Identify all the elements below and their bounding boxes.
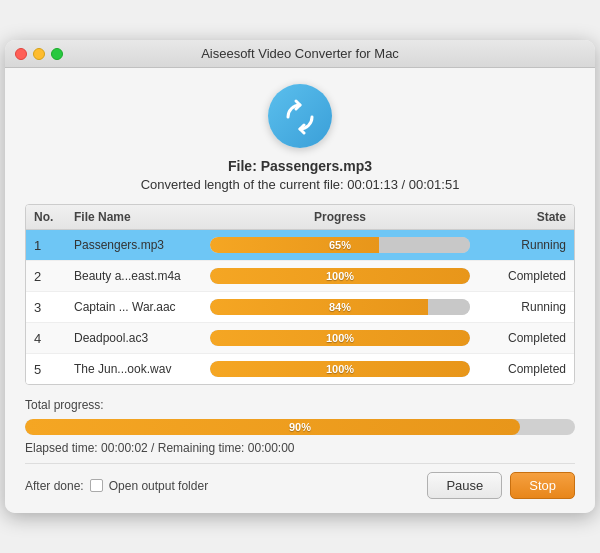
main-content: File: Passengers.mp3 Converted length of… (5, 68, 595, 513)
progress-label: 100% (326, 363, 354, 375)
bottom-bar: After done: Open output folder Pause Sto… (25, 463, 575, 501)
table-row[interactable]: 2 Beauty a...east.m4a 100% Completed (26, 261, 574, 292)
file-table: No. File Name Progress State 1 Passenger… (25, 204, 575, 385)
after-done-label: After done: (25, 479, 84, 493)
cell-progress: 84% (204, 299, 476, 315)
total-progress-fill (25, 419, 520, 435)
pause-button[interactable]: Pause (427, 472, 502, 499)
cell-state: Completed (476, 331, 566, 345)
convert-icon (268, 84, 332, 148)
open-output-checkbox[interactable] (90, 479, 103, 492)
progress-bar-bg: 100% (210, 268, 470, 284)
cell-progress: 100% (204, 361, 476, 377)
open-output-label: Open output folder (109, 479, 208, 493)
col-header-no: No. (34, 210, 74, 224)
stop-button[interactable]: Stop (510, 472, 575, 499)
table-body: 1 Passengers.mp3 65% Running 2 Beauty a.… (26, 230, 574, 384)
col-header-state: State (476, 210, 566, 224)
cell-no: 3 (34, 300, 74, 315)
progress-label: 100% (326, 332, 354, 344)
convert-svg-icon (281, 97, 319, 135)
maximize-button[interactable] (51, 48, 63, 60)
progress-bar-bg: 100% (210, 330, 470, 346)
table-header: No. File Name Progress State (26, 205, 574, 230)
app-window: Aiseesoft Video Converter for Mac File: … (5, 40, 595, 513)
after-done-section: After done: Open output folder (25, 479, 208, 493)
total-progress-bar: 90% (25, 419, 575, 435)
total-progress-value: 90% (289, 421, 311, 433)
file-info: File: Passengers.mp3 Converted length of… (25, 158, 575, 192)
table-row[interactable]: 4 Deadpool.ac3 100% Completed (26, 323, 574, 354)
progress-label: 65% (329, 239, 351, 251)
cell-state: Running (476, 300, 566, 314)
minimize-button[interactable] (33, 48, 45, 60)
conversion-icon-container (25, 84, 575, 148)
cell-state: Completed (476, 269, 566, 283)
cell-no: 1 (34, 238, 74, 253)
cell-no: 4 (34, 331, 74, 346)
table-row[interactable]: 5 The Jun...ook.wav 100% Completed (26, 354, 574, 384)
cell-filename: Deadpool.ac3 (74, 331, 204, 345)
total-progress-label: Total progress: (25, 398, 104, 412)
table-row[interactable]: 1 Passengers.mp3 65% Running (26, 230, 574, 261)
cell-state: Running (476, 238, 566, 252)
cell-progress: 100% (204, 330, 476, 346)
cell-no: 5 (34, 362, 74, 377)
cell-no: 2 (34, 269, 74, 284)
progress-label: 84% (329, 301, 351, 313)
cell-filename: Beauty a...east.m4a (74, 269, 204, 283)
elapsed-time: Elapsed time: 00:00:02 / Remaining time:… (25, 441, 575, 455)
action-buttons: Pause Stop (427, 472, 575, 499)
cell-progress: 100% (204, 268, 476, 284)
traffic-lights (15, 48, 63, 60)
col-header-filename: File Name (74, 210, 204, 224)
total-progress-section: Total progress: 90% (25, 395, 575, 435)
cell-filename: Captain ... War.aac (74, 300, 204, 314)
cell-progress: 65% (204, 237, 476, 253)
progress-bar-bg: 100% (210, 361, 470, 377)
table-row[interactable]: 3 Captain ... War.aac 84% Running (26, 292, 574, 323)
converted-length: Converted length of the current file: 00… (25, 177, 575, 192)
progress-label: 100% (326, 270, 354, 282)
col-header-progress: Progress (204, 210, 476, 224)
close-button[interactable] (15, 48, 27, 60)
cell-filename: The Jun...ook.wav (74, 362, 204, 376)
current-file-name: File: Passengers.mp3 (25, 158, 575, 174)
cell-state: Completed (476, 362, 566, 376)
title-bar: Aiseesoft Video Converter for Mac (5, 40, 595, 68)
cell-filename: Passengers.mp3 (74, 238, 204, 252)
window-title: Aiseesoft Video Converter for Mac (201, 46, 399, 61)
progress-bar-bg: 84% (210, 299, 470, 315)
progress-bar-bg: 65% (210, 237, 470, 253)
